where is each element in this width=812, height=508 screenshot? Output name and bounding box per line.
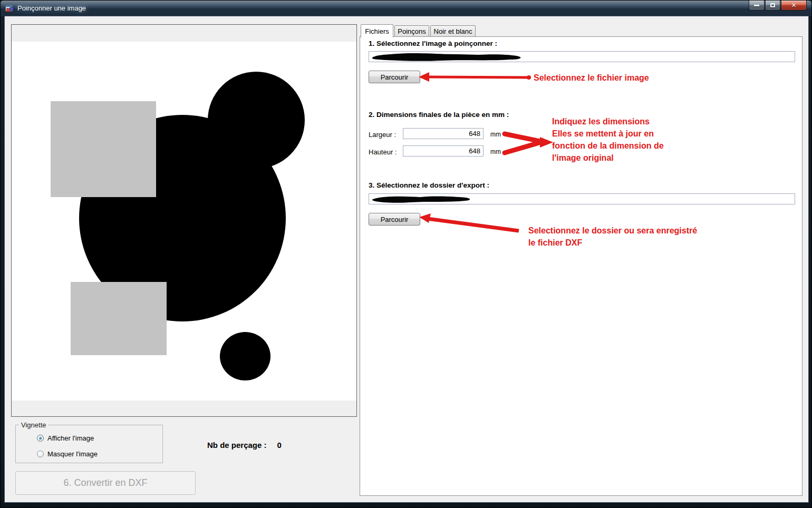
annotation-line: fonction de la dimension de bbox=[552, 140, 664, 152]
app-icon bbox=[5, 4, 14, 13]
radio-label: Afficher l'image bbox=[47, 434, 94, 442]
window-title: Poinçonner une image bbox=[17, 4, 86, 12]
drill-count-value: 0 bbox=[277, 441, 282, 450]
close-button[interactable]: ✕ bbox=[781, 1, 807, 11]
convert-dxf-button[interactable]: 6. Convertir en DXF bbox=[15, 471, 196, 495]
width-label: Largeur : bbox=[369, 131, 396, 139]
drill-count-status: Nb de perçage :0 bbox=[207, 441, 282, 450]
close-icon: ✕ bbox=[791, 2, 796, 8]
annotation-line: le fichier DXF bbox=[528, 237, 697, 249]
width-unit: mm bbox=[490, 131, 501, 138]
annotation-line: Elles se mettent à jour en bbox=[552, 128, 664, 140]
height-unit: mm bbox=[490, 148, 501, 155]
radio-button-icon bbox=[37, 451, 44, 457]
section1-heading: 1. Sélectionnez l'image à poinçonner : bbox=[369, 40, 497, 47]
arrow-head bbox=[540, 137, 553, 148]
annotation-dimensions: Indiquez les dimensions Elles se mettent… bbox=[552, 115, 664, 164]
image-path-input[interactable] bbox=[369, 51, 795, 62]
arrow-head bbox=[419, 72, 429, 82]
annotation-line: Indiquez les dimensions bbox=[552, 115, 664, 128]
annotation-arrows bbox=[360, 37, 803, 496]
height-label: Hauteur : bbox=[369, 148, 397, 156]
image-preview-box bbox=[11, 24, 357, 417]
maximize-icon bbox=[770, 3, 775, 7]
title-bar: Poinçonner une image ✕ bbox=[1, 1, 811, 16]
arrow-line bbox=[428, 219, 519, 231]
preview-shapes-graphic bbox=[12, 42, 356, 400]
convert-dxf-label: 6. Convertir en DXF bbox=[63, 477, 147, 489]
tab-label: Poinçons bbox=[398, 27, 426, 35]
arrow-chevron bbox=[505, 134, 543, 153]
vignette-groupbox: Vignette Afficher l'image Masquer l'imag… bbox=[15, 425, 163, 463]
vignette-group-title: Vignette bbox=[19, 421, 48, 429]
browse-image-label: Parcourir bbox=[381, 73, 409, 81]
browse-export-label: Parcourir bbox=[381, 216, 409, 223]
radio-label: Masquer l'image bbox=[47, 450, 98, 458]
browse-export-button[interactable]: Parcourir bbox=[369, 213, 420, 226]
tab-label: Fichiers bbox=[365, 27, 389, 35]
maximize-button[interactable] bbox=[765, 1, 780, 11]
annotation-export: Selectionnez le dossier ou sera enregist… bbox=[528, 224, 697, 249]
radio-masquer-image[interactable]: Masquer l'image bbox=[37, 450, 98, 458]
annotation-file: Selectionnez le fichier image bbox=[534, 72, 649, 84]
preview-image bbox=[12, 42, 356, 400]
drill-count-label: Nb de perçage : bbox=[207, 441, 267, 450]
export-path-input[interactable] bbox=[369, 193, 795, 204]
radio-afficher-image[interactable]: Afficher l'image bbox=[37, 434, 94, 442]
section3-heading: 3. Sélectionnez le dossier d'export : bbox=[369, 181, 489, 189]
minimize-button[interactable] bbox=[749, 1, 765, 11]
minimize-icon bbox=[754, 5, 759, 6]
browse-image-button[interactable]: Parcourir bbox=[369, 71, 420, 83]
redacted-path-scribble bbox=[370, 53, 528, 62]
section2-heading: 2. Dimensions finales de la pièce en mm … bbox=[369, 111, 509, 119]
tab-poincons[interactable]: Poinçons bbox=[394, 25, 429, 37]
annotation-line: l'image original bbox=[552, 152, 664, 164]
tab-fichiers[interactable]: Fichiers bbox=[361, 24, 393, 37]
width-input[interactable] bbox=[403, 128, 484, 139]
radio-button-icon bbox=[37, 435, 44, 442]
tabpage-fichiers: 1. Sélectionnez l'image à poinçonner : P… bbox=[360, 36, 803, 496]
window-controls: ✕ bbox=[749, 1, 807, 11]
app-window: Poinçonner une image ✕ Vignette Afficher… bbox=[0, 0, 812, 508]
redacted-path-scribble bbox=[370, 195, 481, 204]
tab-noir-et-blanc[interactable]: Noir et blanc bbox=[430, 25, 476, 37]
height-input[interactable] bbox=[403, 145, 484, 157]
client-area: Vignette Afficher l'image Masquer l'imag… bbox=[5, 16, 808, 502]
annotation-line: Selectionnez le dossier ou sera enregist… bbox=[528, 224, 697, 237]
arrow-line bbox=[428, 77, 529, 77]
arrow-head bbox=[419, 213, 431, 223]
tab-label: Noir et blanc bbox=[434, 27, 472, 35]
